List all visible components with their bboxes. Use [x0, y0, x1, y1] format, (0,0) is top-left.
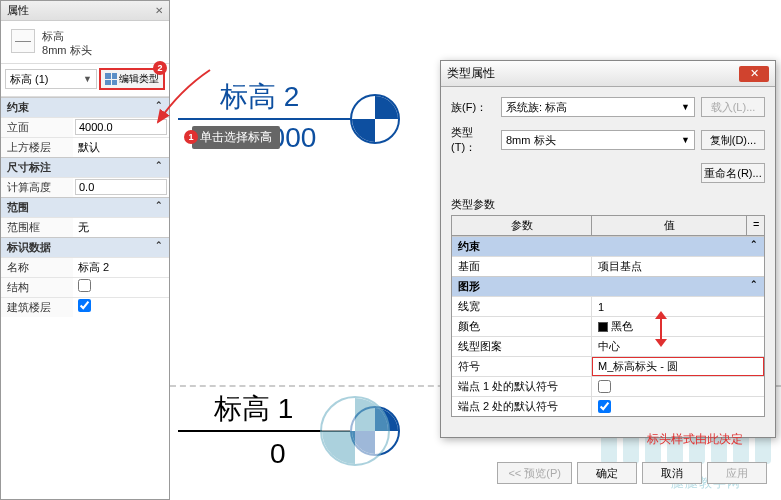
family-label: 族(F)： [451, 100, 495, 115]
param-key: 线型图案 [452, 337, 592, 356]
param-val[interactable] [592, 377, 764, 396]
section-label: 标识数据 [7, 240, 51, 255]
param-val[interactable]: 项目基点 [592, 257, 764, 276]
param-val[interactable] [592, 397, 764, 416]
preview-button[interactable]: << 预览(P) [497, 462, 572, 484]
param-key: 基面 [452, 257, 592, 276]
ok-button[interactable]: 确定 [577, 462, 637, 484]
section-graphics[interactable]: 图形⌃ [452, 276, 764, 296]
end2-checkbox[interactable] [598, 400, 611, 413]
callout-badge-2: 2 [153, 61, 167, 75]
dialog-close-button[interactable]: ✕ [739, 66, 769, 82]
type-info: 标高 8mm 标头 [42, 29, 92, 57]
panel-title: 属性 [7, 3, 29, 18]
param-key: 线宽 [452, 297, 592, 316]
prop-val[interactable]: 标高 2 [75, 259, 167, 276]
type-dropdown[interactable]: 8mm 标头▼ [501, 130, 695, 150]
prop-row: 范围框无 [1, 217, 169, 237]
structural-checkbox[interactable] [78, 279, 91, 292]
level2-line[interactable] [178, 118, 353, 120]
collapse-icon: ⌃ [155, 160, 163, 175]
prop-row: 计算高度 [1, 177, 169, 197]
instance-row: 标高 (1) ▼ 编辑类型 2 [1, 64, 169, 97]
section-constraints[interactable]: 约束⌃ [452, 236, 764, 256]
col-value: 值 [592, 216, 746, 235]
prop-row: 建筑楼层 [1, 297, 169, 317]
chevron-down-icon: ▼ [681, 102, 690, 112]
section-label: 图形 [458, 279, 480, 294]
type-params-table: 参数 值 = 约束⌃ 基面项目基点 图形⌃ 线宽1 颜色黑色 线型图案中心 符号… [451, 215, 765, 417]
level1-value: 0 [270, 438, 286, 470]
col-eq: = [746, 216, 764, 235]
table-row: 线宽1 [452, 296, 764, 316]
prop-key: 结构 [1, 278, 73, 297]
chevron-down-icon: ▼ [83, 74, 92, 84]
prop-val[interactable]: 默认 [75, 139, 167, 156]
prop-row: 立面 [1, 117, 169, 137]
building-story-checkbox[interactable] [78, 299, 91, 312]
panel-title-bar: 属性 ✕ [1, 1, 169, 21]
annotation-arrow-down-icon [651, 311, 671, 347]
compute-height-input[interactable] [75, 179, 167, 195]
cancel-button[interactable]: 取消 [642, 462, 702, 484]
prop-row: 名称标高 2 [1, 257, 169, 277]
edit-type-button[interactable]: 编辑类型 2 [99, 68, 165, 90]
section-label: 范围 [7, 200, 29, 215]
table-row-symbol: 符号M_标高标头 - 圆 [452, 356, 764, 376]
type-sub: 8mm 标头 [42, 44, 92, 56]
table-row: 端点 2 处的默认符号 [452, 396, 764, 416]
color-text: 黑色 [611, 319, 633, 334]
collapse-icon: ⌃ [155, 240, 163, 255]
elevation-input[interactable] [75, 119, 167, 135]
type-properties-dialog: 类型属性 ✕ 族(F)： 系统族: 标高▼ 载入(L)... 类型(T)： 8m… [440, 60, 776, 438]
section-constraints[interactable]: 约束⌃ [1, 97, 169, 117]
family-row: 族(F)： 系统族: 标高▼ 载入(L)... [451, 97, 765, 117]
section-dimensions[interactable]: 尺寸标注⌃ [1, 157, 169, 177]
apply-button[interactable]: 应用 [707, 462, 767, 484]
end1-checkbox[interactable] [598, 380, 611, 393]
prop-key: 范围框 [1, 218, 73, 237]
level2-symbol-icon[interactable] [350, 94, 400, 144]
tooltip-text: 单击选择标高 [200, 130, 272, 144]
annotation-note: 标头样式由此决定 [451, 417, 765, 448]
callout-badge-1: 1 [184, 130, 198, 144]
prop-key: 名称 [1, 258, 73, 277]
tooltip: 单击选择标高 [192, 126, 280, 149]
chevron-down-icon: ▼ [681, 135, 690, 145]
section-identity[interactable]: 标识数据⌃ [1, 237, 169, 257]
table-row: 颜色黑色 [452, 316, 764, 336]
rename-button[interactable]: 重命名(R)... [701, 163, 765, 183]
section-label: 约束 [7, 100, 29, 115]
type-thumbnail-icon [11, 29, 35, 53]
collapse-icon: ⌃ [750, 279, 758, 294]
collapse-icon: ⌃ [750, 239, 758, 254]
param-val[interactable]: 黑色 [592, 317, 764, 336]
property-grid: 约束⌃ 立面 上方楼层默认 尺寸标注⌃ 计算高度 范围⌃ 范围框无 标识数据⌃ … [1, 97, 169, 317]
param-val[interactable]: 中心 [592, 337, 764, 356]
dialog-titlebar[interactable]: 类型属性 ✕ [441, 61, 775, 87]
section-label: 尺寸标注 [7, 160, 51, 175]
level1-symbol-ghost-icon [320, 396, 390, 466]
param-key: 端点 2 处的默认符号 [452, 397, 592, 416]
dialog-body: 族(F)： 系统族: 标高▼ 载入(L)... 类型(T)： 8mm 标头▼ 复… [441, 87, 775, 454]
type-params-title: 类型参数 [451, 197, 765, 212]
table-row: 基面项目基点 [452, 256, 764, 276]
panel-close-icon[interactable]: ✕ [155, 5, 163, 16]
instance-dropdown[interactable]: 标高 (1) ▼ [5, 69, 97, 89]
param-val[interactable]: 1 [592, 297, 764, 316]
level2-label: 标高 2 [220, 78, 299, 116]
prop-key: 上方楼层 [1, 138, 73, 157]
section-extents[interactable]: 范围⌃ [1, 197, 169, 217]
family-dropdown[interactable]: 系统族: 标高▼ [501, 97, 695, 117]
param-val[interactable]: M_标高标头 - 圆 [592, 357, 764, 376]
prop-key: 立面 [1, 118, 73, 137]
duplicate-button[interactable]: 复制(D)... [701, 130, 765, 150]
param-key: 颜色 [452, 317, 592, 336]
type-name: 标高 [42, 30, 64, 42]
table-row: 端点 1 处的默认符号 [452, 376, 764, 396]
family-value: 系统族: 标高 [506, 100, 567, 115]
collapse-icon: ⌃ [155, 100, 163, 115]
prop-val[interactable]: 无 [75, 219, 167, 236]
table-row: 线型图案中心 [452, 336, 764, 356]
type-selector[interactable]: 标高 8mm 标头 [1, 21, 169, 64]
